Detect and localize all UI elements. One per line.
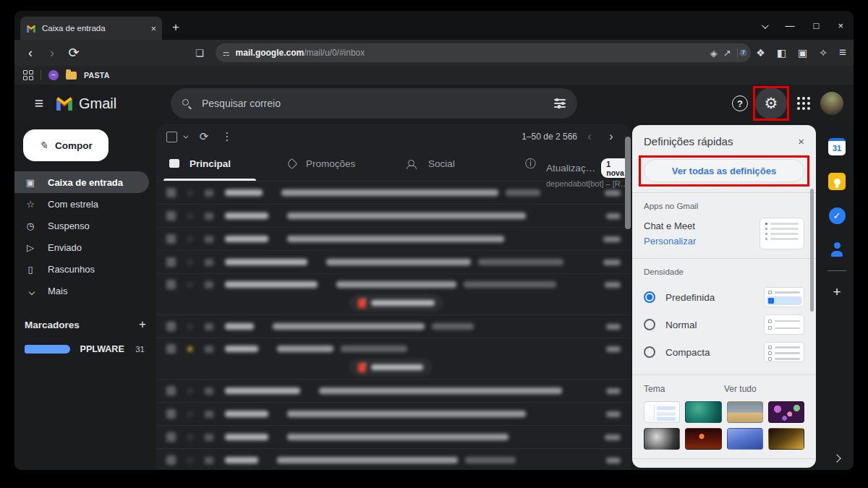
tab-principal[interactable]: Principal [156, 150, 275, 181]
sidebar-toggle-icon[interactable]: ◧ [777, 47, 786, 59]
more-options-icon[interactable]: ⋮ [217, 130, 237, 143]
star-icon[interactable]: ☆ [186, 279, 196, 290]
star-icon[interactable]: ☆ [186, 385, 196, 396]
importance-marker[interactable] [205, 434, 213, 441]
sidebar-item-caixa-de-entrada[interactable]: ▣Caixa de entrada [14, 171, 149, 193]
sidebar-label-pplware[interactable]: PPLWARE 31 [14, 339, 156, 359]
sidebar-item-com-estrela[interactable]: ☆Com estrela [14, 193, 149, 215]
site-settings-icon[interactable]: ⚎ [223, 48, 230, 58]
sidebar-item-rascunhos[interactable]: ▯Rascunhos [14, 258, 149, 280]
theme-thumbnail-default[interactable] [644, 401, 680, 423]
attachment-chip[interactable] [350, 359, 431, 375]
panel-scrollbar[interactable] [810, 189, 814, 312]
refresh-icon[interactable]: ⟳ [194, 130, 214, 143]
row-checkbox[interactable] [166, 344, 176, 354]
row-checkbox[interactable] [166, 280, 176, 289]
back-button[interactable]: ‹ [22, 46, 39, 61]
account-avatar[interactable] [820, 92, 843, 115]
close-window-button[interactable]: × [838, 20, 843, 31]
add-addon-icon[interactable]: + [833, 284, 841, 300]
wallet-icon[interactable]: ▣ [798, 47, 807, 59]
mail-row[interactable]: ☆ [156, 426, 631, 449]
new-tab-button[interactable]: + [172, 20, 179, 35]
keep-icon[interactable] [828, 173, 846, 190]
panel-close-icon[interactable]: × [798, 135, 804, 147]
ai-sparkle-icon[interactable]: ✧ [819, 47, 827, 59]
mail-row[interactable]: ☆ [156, 380, 631, 403]
address-bar[interactable]: ⚎ mail.google.com/mail/u/0/#inbox ◈ ↗ 7 [216, 43, 751, 62]
mail-row[interactable]: ☆ [156, 274, 631, 315]
share-icon[interactable]: ↗ [723, 48, 731, 59]
mail-row[interactable]: ☆ [156, 315, 631, 338]
theme-thumbnail-sunset[interactable] [685, 428, 721, 450]
row-checkbox[interactable] [166, 234, 176, 244]
calendar-icon[interactable]: 31 [828, 138, 846, 155]
search-input[interactable]: Pesquisar correio [202, 98, 544, 109]
tab-social[interactable]: Social [393, 150, 512, 181]
tab-promoes[interactable]: Promoções [275, 150, 393, 181]
star-icon[interactable]: ☆ [186, 408, 196, 419]
star-icon[interactable]: ☆ [186, 210, 196, 221]
density-option-compacta[interactable]: Compacta [644, 338, 804, 366]
theme-thumbnail-beach[interactable] [727, 401, 763, 423]
star-icon[interactable]: ☆ [186, 321, 196, 332]
row-checkbox[interactable] [166, 432, 176, 442]
tasks-icon[interactable]: ✓ [829, 207, 846, 224]
mail-row[interactable]: ☆ [156, 403, 631, 426]
radio-unselected[interactable] [644, 346, 655, 358]
mail-row[interactable]: ☆ [156, 181, 631, 205]
search-filter-icon[interactable] [554, 99, 566, 107]
importance-marker[interactable] [205, 259, 213, 266]
search-bar[interactable]: Pesquisar correio [171, 88, 577, 119]
attachment-chip[interactable] [350, 295, 443, 311]
add-label-icon[interactable]: + [139, 317, 146, 332]
forward-button[interactable]: › [43, 46, 61, 61]
gmail-logo[interactable]: Gmail [55, 95, 149, 112]
importance-marker[interactable] [205, 346, 213, 353]
density-option-normal[interactable]: Normal [644, 311, 804, 338]
row-checkbox[interactable] [166, 386, 176, 395]
star-icon[interactable]: ☆ [186, 455, 196, 466]
browser-tab[interactable]: Caixa de entrada × [20, 17, 162, 40]
importance-marker[interactable] [205, 411, 213, 418]
bookmark-folder-label[interactable]: PASTA [84, 71, 110, 80]
importance-marker[interactable] [205, 281, 213, 288]
sidebar-item-enviado[interactable]: ▷Enviado [14, 236, 149, 258]
importance-marker[interactable] [205, 457, 213, 464]
importance-marker[interactable] [205, 388, 213, 395]
row-checkbox[interactable] [166, 257, 176, 267]
importance-marker[interactable] [205, 323, 213, 330]
main-menu-icon[interactable]: ≡ [25, 95, 54, 112]
theme-thumbnail-spheres[interactable] [644, 428, 680, 450]
theme-thumbnail-bokeh[interactable] [768, 401, 804, 423]
select-all-checkbox[interactable] [166, 132, 177, 142]
row-checkbox[interactable] [166, 322, 176, 331]
view-all-themes-link[interactable]: Ver tudo [724, 384, 804, 394]
newer-page-icon[interactable]: ‹ [580, 130, 599, 143]
density-option-predefinida[interactable]: Predefinida [644, 283, 804, 311]
radio-selected[interactable] [644, 291, 655, 303]
reader-mode-icon[interactable]: ◈ [710, 48, 718, 59]
tab-atualiza[interactable]: ⓘAtualizaç…1 novadependabot[bot] – [R… [512, 150, 631, 181]
radio-unselected[interactable] [644, 319, 655, 330]
importance-marker[interactable] [205, 213, 213, 220]
search-icon[interactable] [182, 99, 192, 108]
mail-row[interactable]: ☆ [156, 228, 631, 251]
hide-side-panel-icon[interactable] [833, 454, 841, 462]
mail-row[interactable]: ☆ [156, 449, 631, 470]
extensions-icon[interactable]: ❖ [756, 47, 765, 59]
reload-button[interactable]: ⟳ [65, 45, 82, 61]
apps-shortcut-icon[interactable] [23, 70, 33, 80]
star-icon[interactable]: ☆ [186, 187, 196, 198]
google-apps-icon[interactable] [797, 97, 810, 110]
mail-row[interactable]: ☆ [156, 251, 631, 274]
mail-row[interactable]: ☆ [156, 205, 631, 228]
maximize-button[interactable]: □ [814, 20, 820, 31]
select-dropdown-icon[interactable] [183, 133, 188, 138]
row-checkbox[interactable] [166, 188, 176, 197]
tab-search-icon[interactable] [762, 19, 767, 32]
help-icon[interactable]: ? [732, 95, 748, 111]
importance-marker[interactable] [205, 236, 213, 243]
row-checkbox[interactable] [166, 455, 176, 465]
star-icon[interactable]: ☆ [186, 234, 196, 244]
